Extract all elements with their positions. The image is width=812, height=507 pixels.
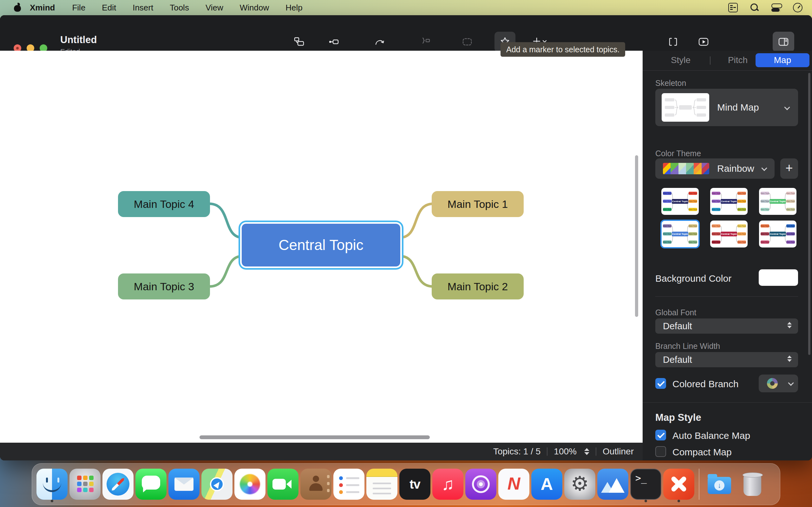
skeleton-thumbnail bbox=[662, 93, 709, 122]
dock-safari-icon[interactable] bbox=[102, 465, 134, 503]
compact-map-checkbox[interactable] bbox=[655, 446, 666, 457]
tab-map[interactable]: Map bbox=[756, 53, 809, 67]
theme-thumbnail-3[interactable]: Main Topic Main Topic Main Topic Main To… bbox=[759, 188, 797, 215]
control-center-icon[interactable] bbox=[771, 3, 781, 12]
format-panel: Style Pitch Map Skeleton Mind Map Color … bbox=[643, 51, 812, 460]
branch-colors-donut-icon bbox=[767, 378, 778, 389]
dock-trash-icon[interactable] bbox=[737, 465, 768, 503]
spotlight-search-icon[interactable] bbox=[750, 3, 759, 12]
dock-appstore-icon[interactable]: A bbox=[531, 465, 562, 503]
menu-view[interactable]: View bbox=[197, 0, 232, 15]
chevron-down-icon bbox=[788, 380, 794, 386]
dock-mountains-app-icon[interactable] bbox=[597, 465, 628, 503]
global-font-select[interactable]: Default bbox=[655, 319, 798, 334]
dock-finder-icon[interactable] bbox=[37, 465, 67, 503]
skeleton-label: Skeleton bbox=[655, 78, 686, 88]
menu-edit[interactable]: Edit bbox=[94, 0, 124, 15]
dock-mail-icon[interactable] bbox=[168, 465, 200, 503]
chevron-down-icon bbox=[784, 104, 790, 110]
subtopic-icon bbox=[328, 36, 339, 48]
topic-icon bbox=[293, 36, 305, 48]
colored-branch-checkbox[interactable] bbox=[655, 378, 666, 389]
dock-divider bbox=[699, 469, 699, 500]
menu-window[interactable]: Window bbox=[232, 0, 277, 15]
color-theme-dropdown[interactable]: Rainbow bbox=[655, 158, 774, 179]
canvas-horizontal-scrollbar[interactable] bbox=[200, 435, 430, 439]
add-theme-button[interactable]: + bbox=[780, 158, 798, 179]
menu-insert[interactable]: Insert bbox=[124, 0, 161, 15]
dock-tv-icon[interactable]: tv bbox=[399, 465, 430, 503]
canvas-vertical-scrollbar[interactable] bbox=[635, 155, 638, 317]
theme-thumbnail-4-selected[interactable]: Main Topic Main Topic Main Topic Main To… bbox=[661, 221, 699, 247]
tab-pitch[interactable]: Pitch bbox=[719, 53, 757, 67]
color-theme-label: Color Theme bbox=[655, 149, 701, 158]
dock-downloads-icon[interactable]: ↓ bbox=[704, 465, 735, 503]
apple-menu-icon[interactable] bbox=[14, 3, 21, 12]
dock-xmind-icon[interactable] bbox=[663, 465, 694, 503]
theme-thumbnail-6[interactable]: Main Topic Main Topic Main Topic Main To… bbox=[759, 221, 797, 247]
dock-music-icon[interactable]: ♫ bbox=[432, 465, 463, 503]
stepper-icon bbox=[787, 322, 792, 328]
color-theme-value: Rainbow bbox=[717, 158, 754, 179]
zoom-stepper[interactable] bbox=[584, 448, 589, 455]
main-topic-2-node[interactable]: Main Topic 2 bbox=[432, 274, 524, 299]
compact-map-label: Compact Map bbox=[672, 447, 732, 458]
clock-icon[interactable] bbox=[793, 3, 803, 12]
colored-branch-label: Colored Branch bbox=[672, 379, 739, 389]
dock-terminal-icon[interactable]: >_ bbox=[630, 465, 661, 503]
mindmap-canvas[interactable]: Central Topic Main Topic 1 Main Topic 2 … bbox=[0, 51, 643, 443]
skeleton-dropdown[interactable]: Mind Map bbox=[655, 89, 798, 126]
pitch-play-icon bbox=[698, 36, 709, 48]
divider bbox=[643, 70, 812, 71]
main-topic-3-node[interactable]: Main Topic 3 bbox=[118, 274, 210, 299]
chevron-down-icon bbox=[761, 165, 767, 171]
auto-balance-map-label: Auto Balance Map bbox=[672, 430, 750, 441]
central-topic-node[interactable]: Central Topic bbox=[242, 224, 400, 267]
theme-thumbnail-2[interactable]: Main Topic Main Topic Main Topic Main To… bbox=[710, 188, 748, 215]
tab-style[interactable]: Style bbox=[662, 53, 700, 67]
colored-branch-dropdown[interactable] bbox=[759, 375, 798, 392]
branch-line-width-select[interactable]: Default bbox=[655, 352, 798, 367]
menu-tools[interactable]: Tools bbox=[161, 0, 197, 15]
dock-reminders-icon[interactable] bbox=[334, 465, 364, 503]
main-topic-1-node[interactable]: Main Topic 1 bbox=[432, 191, 524, 217]
theme-thumbnail-1[interactable]: Main Topic Main Topic Main Topic Main To… bbox=[661, 188, 699, 215]
divider bbox=[710, 56, 711, 65]
dock-facetime-icon[interactable] bbox=[267, 465, 299, 503]
outliner-button[interactable]: Outliner bbox=[603, 447, 634, 457]
toolbar: Untitled Edited Topic Subtopic Relations… bbox=[0, 15, 812, 51]
dock-podcasts-icon[interactable] bbox=[465, 465, 496, 503]
dock-news-icon[interactable]: N bbox=[498, 465, 529, 503]
rainbow-swatch bbox=[663, 163, 709, 174]
background-color-swatch[interactable] bbox=[759, 269, 798, 286]
keyboard-shortcuts-icon[interactable] bbox=[728, 3, 738, 12]
menu-app-name[interactable]: Xmind bbox=[21, 0, 64, 15]
main-topic-4-node[interactable]: Main Topic 4 bbox=[118, 191, 210, 217]
skeleton-value: Mind Map bbox=[717, 89, 759, 126]
dock-contacts-icon[interactable] bbox=[300, 465, 332, 503]
panel-scrollbar[interactable] bbox=[808, 73, 810, 355]
menu-file[interactable]: File bbox=[64, 0, 94, 15]
dock-messages-icon[interactable] bbox=[136, 465, 166, 503]
zen-icon bbox=[667, 36, 679, 48]
theme-thumbnail-5[interactable]: Main Topic Main Topic Main Topic Main To… bbox=[710, 221, 748, 247]
dock-settings-icon[interactable]: ⚙ bbox=[564, 465, 595, 503]
auto-balance-map-checkbox[interactable] bbox=[655, 430, 666, 441]
dock-launchpad-icon[interactable] bbox=[69, 465, 101, 503]
map-style-label: Map Style bbox=[655, 412, 701, 424]
divider bbox=[596, 447, 596, 456]
dock-notes-icon[interactable] bbox=[366, 465, 397, 503]
status-bar: Topics: 1 / 5 100% Outliner bbox=[0, 443, 643, 460]
divider bbox=[547, 447, 548, 456]
relationship-icon bbox=[374, 36, 386, 48]
divider bbox=[643, 402, 812, 403]
marker-tooltip: Add a marker to selected topics. bbox=[501, 42, 625, 57]
menu-bar: Xmind File Edit Insert Tools View Window… bbox=[0, 0, 812, 15]
menu-help[interactable]: Help bbox=[277, 0, 310, 15]
dock-maps-icon[interactable] bbox=[201, 465, 233, 503]
global-font-label: Global Font bbox=[655, 308, 696, 317]
boundary-icon bbox=[461, 36, 473, 48]
app-window: Untitled Edited Topic Subtopic Relations… bbox=[0, 15, 812, 460]
dock: tv ♫ N A ⚙ >_ ↓ bbox=[32, 463, 780, 505]
dock-photos-icon[interactable] bbox=[235, 465, 265, 503]
